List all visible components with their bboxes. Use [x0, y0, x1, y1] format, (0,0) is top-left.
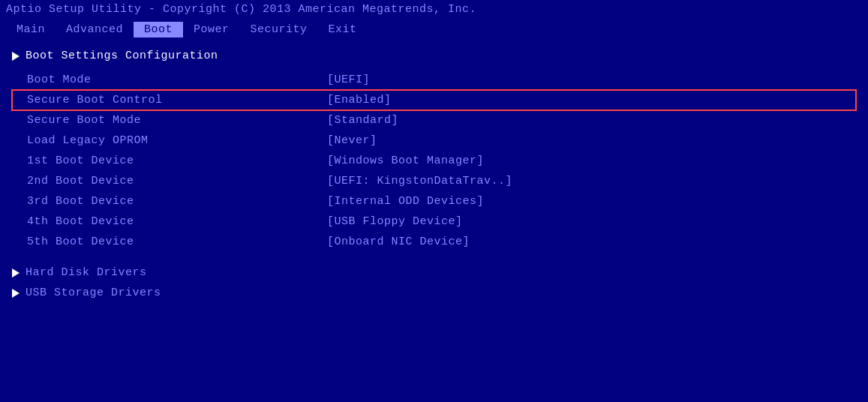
sub-section-header[interactable]: Hard Disk Drivers	[12, 262, 856, 283]
setting-label: Secure Boot Control	[27, 94, 327, 106]
setting-label: Load Legacy OPROM	[27, 134, 327, 147]
section-header-label: Boot Settings Configuration	[26, 50, 218, 62]
nav-item-main[interactable]: Main	[6, 22, 56, 38]
sub-section-label: Hard Disk Drivers	[26, 266, 147, 279]
settings-row: 2nd Boot Device[UEFI: KingstonDataTrav..…	[12, 171, 856, 191]
setting-value: [Internal ODD Devices]	[327, 195, 484, 208]
setting-label: 2nd Boot Device	[27, 175, 327, 188]
setting-value: [Onboard NIC Device]	[327, 236, 470, 248]
sub-section-label: USB Storage Drivers	[26, 286, 161, 299]
settings-row: 4th Boot Device[USB Floppy Device]	[12, 212, 856, 232]
title-bar: Aptio Setup Utility - Copyright (C) 2013…	[0, 0, 868, 19]
title-text: Aptio Setup Utility - Copyright (C) 2013…	[6, 3, 476, 16]
triangle-icon	[12, 289, 20, 298]
settings-row: Secure Boot Mode[Standard]	[12, 110, 856, 130]
setting-value: [Windows Boot Manager]	[327, 154, 484, 167]
nav-item-security[interactable]: Security	[240, 22, 318, 38]
setting-label: 4th Boot Device	[27, 215, 327, 228]
content-area: Boot Settings Configuration Boot Mode[UE…	[12, 50, 856, 303]
setting-label: 1st Boot Device	[27, 154, 327, 167]
settings-container: Boot Mode[UEFI]Secure Boot Control[Enabl…	[12, 70, 856, 252]
setting-value: [UEFI]	[327, 74, 370, 86]
settings-row: 1st Boot Device[Windows Boot Manager]	[12, 151, 856, 171]
setting-value: [Never]	[327, 134, 377, 147]
triangle-icon	[12, 268, 20, 278]
spacer	[12, 252, 856, 262]
nav-item-exit[interactable]: Exit	[318, 22, 368, 38]
setting-label: 5th Boot Device	[27, 236, 327, 248]
setting-label: 3rd Boot Device	[27, 195, 327, 208]
settings-row[interactable]: Secure Boot Control[Enabled]	[12, 90, 856, 110]
triangle-icon	[12, 52, 20, 61]
nav-item-power[interactable]: Power	[183, 22, 240, 38]
bios-screen: Aptio Setup Utility - Copyright (C) 2013…	[0, 0, 868, 402]
setting-value: [Enabled]	[327, 94, 392, 106]
settings-row: Boot Mode[UEFI]	[12, 70, 856, 90]
setting-value: [UEFI: KingstonDataTrav..]	[327, 175, 512, 188]
subsections-container: Hard Disk DriversUSB Storage Drivers	[12, 262, 856, 303]
setting-value: [Standard]	[327, 114, 398, 127]
settings-row: 3rd Boot Device[Internal ODD Devices]	[12, 191, 856, 212]
setting-value: [USB Floppy Device]	[327, 215, 463, 228]
settings-row: 5th Boot Device[Onboard NIC Device]	[12, 232, 856, 252]
sub-section-header[interactable]: USB Storage Drivers	[12, 283, 856, 303]
section-header: Boot Settings Configuration	[12, 50, 856, 62]
nav-item-advanced[interactable]: Advanced	[56, 22, 134, 38]
setting-label: Secure Boot Mode	[27, 114, 327, 127]
nav-bar: MainAdvancedBootPowerSecurityExit	[0, 19, 868, 40]
nav-item-boot[interactable]: Boot	[134, 22, 183, 38]
settings-row: Load Legacy OPROM[Never]	[12, 130, 856, 151]
setting-label: Boot Mode	[27, 74, 327, 86]
